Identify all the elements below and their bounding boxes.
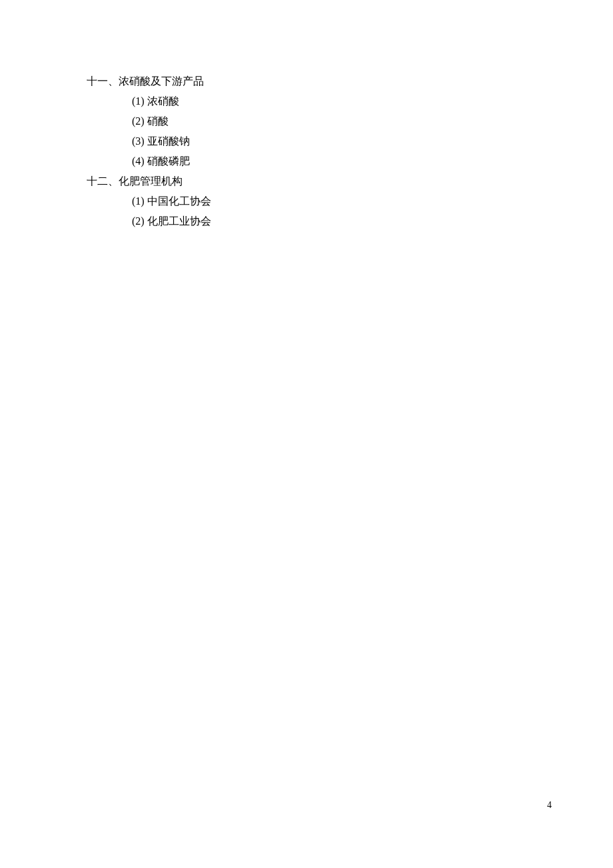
section-heading: 十一、浓硝酸及下游产品 [87, 73, 526, 89]
item-marker: (1) [132, 195, 145, 207]
list-item: (1) 浓硝酸 [132, 93, 526, 109]
item-marker: (2) [132, 215, 145, 227]
page-number: 4 [547, 800, 552, 811]
item-text: 浓硝酸 [147, 95, 179, 107]
document-page: 十一、浓硝酸及下游产品 (1) 浓硝酸 (2) 硝酸 (3) 亚硝酸钠 (4) … [0, 0, 613, 229]
item-marker: (4) [132, 155, 145, 167]
item-text: 亚硝酸钠 [147, 135, 190, 147]
list-item: (2) 硝酸 [132, 113, 526, 129]
list-item: (1) 中国化工协会 [132, 193, 526, 209]
item-marker: (3) [132, 135, 145, 147]
item-marker: (2) [132, 115, 145, 127]
item-marker: (1) [132, 95, 145, 107]
list-item: (2) 化肥工业协会 [132, 213, 526, 229]
item-text: 硝酸磷肥 [147, 155, 190, 167]
section-heading: 十二、化肥管理机构 [87, 173, 526, 189]
list-item: (3) 亚硝酸钠 [132, 133, 526, 149]
item-text: 中国化工协会 [147, 195, 211, 207]
item-text: 化肥工业协会 [147, 215, 211, 227]
item-text: 硝酸 [147, 115, 169, 127]
list-item: (4) 硝酸磷肥 [132, 153, 526, 169]
